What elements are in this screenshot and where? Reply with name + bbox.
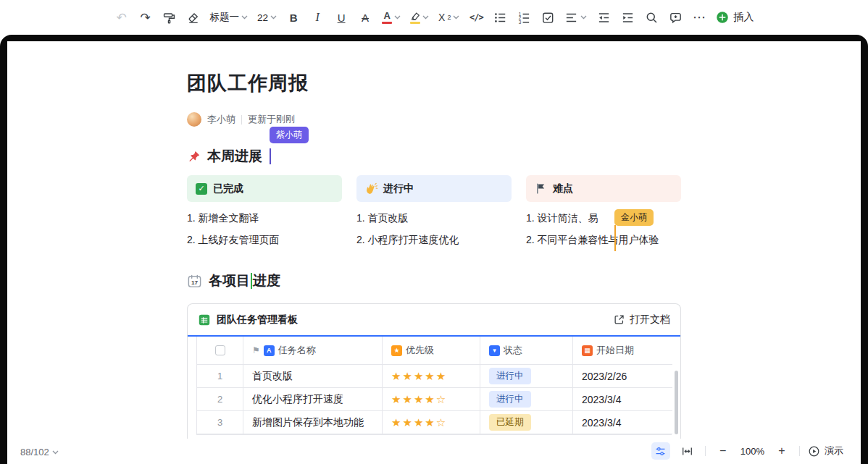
italic-button[interactable]: I [310, 7, 325, 28]
card-completed[interactable]: ✓ 已完成 [187, 175, 342, 202]
task-name-cell[interactable]: 新增图片保存到本地功能 [243, 411, 383, 434]
row-number[interactable]: 3 [197, 411, 243, 434]
redo-icon[interactable]: ↷ [138, 7, 153, 28]
difficulties-list: 1. 设计简洁、易 2. 不同平台兼容性与用户体验 [526, 208, 681, 251]
zoom-out-icon[interactable]: − [714, 442, 733, 460]
page-settings-icon[interactable] [651, 442, 670, 460]
chevron-down-icon [580, 15, 587, 20]
present-button[interactable]: 演示 [808, 444, 843, 457]
outdent-icon[interactable] [596, 7, 611, 28]
status-cell[interactable]: 已延期 [480, 411, 573, 434]
bitable-icon [198, 313, 211, 326]
section-heading-text-1: 各项目 [209, 271, 250, 290]
start-date-cell[interactable]: 2023/3/4 [573, 388, 672, 411]
column-header-start-date[interactable]: ▦ 开始日期 [573, 337, 672, 365]
comment-icon[interactable] [668, 7, 683, 28]
chevron-down-icon [270, 15, 277, 20]
status-cell[interactable]: 进行中 [480, 365, 573, 388]
priority-stars-cell[interactable]: ★★★★★ [383, 365, 480, 388]
insert-label: 插入 [733, 11, 754, 24]
insert-button[interactable]: 插入 [716, 7, 754, 28]
highlight-button[interactable] [410, 7, 429, 28]
list-item[interactable]: 1. 设计简洁、易 [526, 208, 681, 229]
card-in-progress[interactable]: 进行中 [356, 175, 512, 202]
more-icon[interactable]: ⋯ [692, 7, 706, 28]
undo-icon[interactable]: ↶ [114, 7, 129, 28]
heading-style-select[interactable]: 标题一 [210, 7, 249, 28]
calendar-icon: 17 [187, 274, 202, 289]
check-emoji: ✓ [196, 183, 207, 195]
priority-stars-cell[interactable]: ★★★★☆ [383, 388, 480, 411]
text-color-button[interactable]: A [382, 7, 401, 28]
card-difficulties[interactable]: 难点 [526, 175, 681, 202]
select-field-icon: ▾ [489, 345, 500, 356]
text-color-swatch [382, 22, 392, 24]
code-button[interactable]: </> [469, 7, 483, 28]
strikethrough-button[interactable]: A [358, 7, 372, 28]
bullet-list-icon[interactable] [493, 7, 507, 28]
author-name[interactable]: 李小萌 [207, 113, 235, 126]
section-heading-progress[interactable]: 本周进展 [187, 147, 271, 166]
card-label: 难点 [553, 182, 573, 195]
checkbox[interactable] [215, 345, 225, 355]
section-heading-text-2: 进度 [253, 271, 280, 290]
zoom-in-icon[interactable]: + [772, 442, 791, 460]
indent-icon[interactable] [620, 7, 635, 28]
text-field-icon: A [264, 345, 275, 356]
card-label: 已完成 [213, 182, 243, 195]
canvas-frame: 团队工作周报 李小萌 更新于刚刚 紫小萌 本周进展 ✓ 已完成 [0, 35, 868, 464]
divider [705, 446, 706, 456]
row-number[interactable]: 2 [197, 388, 243, 411]
eraser-icon[interactable] [186, 7, 201, 28]
section-heading-projects[interactable]: 17 各项目 进度 [187, 271, 280, 290]
word-count-control[interactable]: 88/102 [20, 447, 59, 457]
underline-button[interactable]: U [334, 7, 349, 28]
column-header-status[interactable]: ▾ 状态 [480, 337, 573, 365]
bold-button[interactable]: B [286, 7, 301, 28]
superscript-2: 2 [447, 14, 451, 21]
heading-style-value: 标题一 [210, 11, 240, 24]
format-painter-icon[interactable] [162, 7, 177, 28]
ordered-list-icon[interactable]: 1 2 3 [517, 7, 531, 28]
task-name-cell[interactable]: 首页改版 [243, 365, 383, 388]
open-document-button[interactable]: 打开文档 [613, 313, 670, 326]
doc-title[interactable]: 团队工作周报 [187, 70, 309, 96]
start-date-cell[interactable]: 2023/3/4 [573, 411, 672, 434]
task-name-cell[interactable]: 优化小程序打开速度 [243, 388, 383, 411]
list-item[interactable]: 2. 上线好友管理页面 [187, 229, 342, 251]
select-all-cell[interactable] [197, 337, 243, 365]
list-item[interactable]: 1. 首页改版 [356, 208, 512, 229]
status-badge: 进行中 [489, 368, 531, 384]
pin-icon [187, 150, 201, 164]
date-field-icon: ▦ [582, 345, 593, 356]
table-scrollbar[interactable] [675, 371, 678, 434]
font-size-select[interactable]: 22 [257, 7, 277, 28]
updated-time: 更新于刚刚 [248, 113, 295, 126]
task-list-icon[interactable] [541, 7, 555, 28]
fit-width-icon[interactable] [678, 442, 697, 460]
status-cell[interactable]: 进行中 [480, 388, 573, 411]
align-button[interactable] [564, 7, 587, 28]
task-board-embed[interactable]: 团队任务管理看板 打开文档 ⚑ A 任务名称 [187, 303, 681, 439]
svg-text:3: 3 [519, 20, 522, 25]
highlight-color-swatch [410, 22, 420, 24]
column-header-task[interactable]: ⚑ A 任务名称 [243, 337, 383, 365]
row-number[interactable]: 1 [197, 365, 243, 388]
collaborator-cursor-label-purple: 紫小萌 [270, 127, 309, 143]
search-icon[interactable] [644, 7, 659, 28]
superscript-button[interactable]: X2 [438, 7, 459, 28]
column-header-priority[interactable]: ★ 优先级 [383, 337, 480, 365]
superscript-x: X [438, 12, 445, 23]
start-date-cell[interactable]: 2023/2/26 [573, 365, 672, 388]
author-avatar[interactable] [187, 112, 201, 127]
chevron-down-icon [453, 15, 459, 20]
list-item[interactable]: 2. 小程序打开速度优化 [356, 229, 512, 251]
flag-emoji [535, 182, 547, 195]
chevron-down-icon [394, 15, 401, 20]
list-item[interactable]: 2. 不同平台兼容性与用户体验 [526, 229, 681, 251]
list-item[interactable]: 1. 新增全文翻译 [187, 208, 342, 229]
document-canvas[interactable]: 团队工作周报 李小萌 更新于刚刚 紫小萌 本周进展 ✓ 已完成 [7, 41, 861, 464]
chevron-down-icon [241, 15, 248, 20]
priority-stars-cell[interactable]: ★★★★☆ [383, 411, 480, 434]
zoom-level[interactable]: 100% [740, 446, 764, 457]
